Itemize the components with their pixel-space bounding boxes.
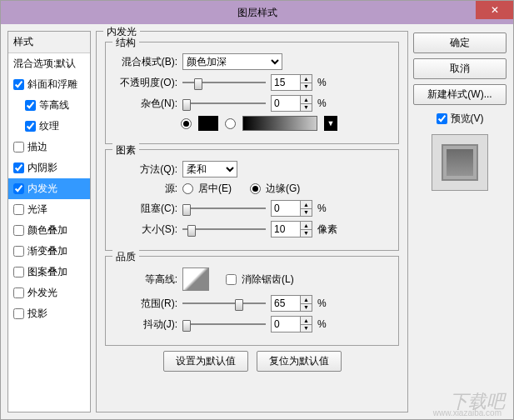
range-label: 范围(R):: [114, 297, 177, 311]
reset-default-button[interactable]: 复位为默认值: [257, 351, 342, 372]
outer-glow-checkbox[interactable]: [13, 288, 24, 298]
inner-glow-item[interactable]: 内发光: [8, 178, 90, 199]
noise-label: 杂色(N):: [114, 97, 177, 111]
bevel-item[interactable]: 斜面和浮雕: [8, 74, 90, 95]
color-overlay-checkbox[interactable]: [13, 225, 24, 236]
jitter-slider[interactable]: [182, 318, 266, 330]
antialias-checkbox[interactable]: [226, 274, 237, 285]
styles-list: 样式 混合选项:默认 斜面和浮雕 等高线 纹理 描边 内阴影 内发光 光泽 颜色…: [7, 31, 91, 412]
satin-checkbox[interactable]: [13, 204, 24, 215]
choke-slider[interactable]: [182, 202, 266, 214]
preview-icon: [442, 144, 478, 181]
set-default-button[interactable]: 设置为默认值: [163, 351, 248, 372]
choke-input[interactable]: ▲▼: [271, 200, 312, 217]
bevel-checkbox[interactable]: [13, 79, 24, 90]
action-panel: 确定 取消 新建样式(W)... 预览(V): [413, 31, 507, 412]
preview-thumbnail: [432, 134, 488, 191]
satin-item[interactable]: 光泽: [8, 199, 90, 220]
blend-mode-label: 混合模式(B):: [114, 55, 177, 69]
gradient-radio[interactable]: [225, 118, 236, 129]
choke-label: 阻塞(C):: [114, 202, 177, 216]
source-label: 源:: [114, 182, 177, 196]
color-radio[interactable]: [181, 118, 192, 129]
cancel-button[interactable]: 取消: [413, 58, 507, 79]
quality-legend: 品质: [112, 250, 139, 264]
noise-slider[interactable]: [182, 98, 266, 109]
inner-glow-checkbox[interactable]: [13, 183, 24, 194]
size-input[interactable]: ▲▼: [271, 221, 312, 238]
preview-checkbox[interactable]: [437, 113, 447, 124]
gradient-overlay-checkbox[interactable]: [13, 246, 24, 257]
gradient-overlay-item[interactable]: 渐变叠加: [8, 241, 90, 262]
stroke-item[interactable]: 描边: [8, 137, 90, 158]
stroke-checkbox[interactable]: [13, 142, 24, 152]
technique-label: 方法(Q):: [114, 162, 177, 177]
color-swatch[interactable]: [198, 116, 218, 131]
pattern-overlay-item[interactable]: 图案叠加: [8, 262, 90, 282]
window-title: 图层样式: [237, 6, 277, 20]
opacity-slider[interactable]: [182, 77, 266, 88]
close-icon: ✕: [491, 4, 499, 16]
drop-shadow-item[interactable]: 投影: [8, 303, 90, 324]
contour-picker[interactable]: [182, 268, 209, 291]
quality-group: 品质 等高线: 消除锯齿(L) 范围(R): ▲▼ %: [105, 256, 399, 346]
technique-select[interactable]: 柔和: [182, 161, 237, 178]
range-slider[interactable]: [182, 298, 266, 309]
jitter-label: 抖动(J):: [114, 318, 177, 332]
size-label: 大小(S):: [114, 222, 177, 237]
gradient-dropdown-icon[interactable]: ▼: [324, 116, 337, 131]
drop-shadow-checkbox[interactable]: [13, 308, 24, 319]
pattern-overlay-checkbox[interactable]: [13, 267, 24, 278]
inner-shadow-item[interactable]: 内阴影: [8, 158, 90, 178]
contour-checkbox[interactable]: [25, 100, 36, 111]
outer-glow-item[interactable]: 外发光: [8, 282, 90, 303]
source-edge-radio[interactable]: [250, 183, 261, 194]
styles-header: 样式: [8, 32, 90, 53]
gloss-contour-label: 等高线:: [114, 272, 177, 287]
structure-group: 结构 混合模式(B): 颜色加深 不透明度(O): ▲▼ % 杂色(N):: [105, 42, 399, 144]
titlebar: 图层样式 ✕: [1, 1, 513, 24]
new-style-button[interactable]: 新建样式(W)...: [413, 84, 507, 105]
opacity-label: 不透明度(O):: [114, 76, 177, 90]
elements-legend: 图素: [112, 143, 139, 158]
noise-input[interactable]: ▲▼: [271, 95, 312, 112]
range-input[interactable]: ▲▼: [271, 295, 312, 312]
contour-item[interactable]: 等高线: [8, 95, 90, 116]
texture-checkbox[interactable]: [25, 121, 36, 132]
close-button[interactable]: ✕: [476, 1, 513, 19]
spinner-up-icon[interactable]: ▲: [300, 75, 312, 83]
spinner-down-icon[interactable]: ▼: [300, 83, 312, 91]
inner-shadow-checkbox[interactable]: [13, 162, 24, 173]
blend-mode-select[interactable]: 颜色加深: [182, 53, 282, 70]
gradient-picker[interactable]: [242, 116, 317, 131]
opacity-input[interactable]: ▲▼: [271, 74, 312, 91]
source-center-radio[interactable]: [182, 183, 193, 194]
jitter-input[interactable]: ▲▼: [271, 316, 312, 332]
texture-item[interactable]: 纹理: [8, 116, 90, 137]
blending-options-item[interactable]: 混合选项:默认: [8, 53, 90, 74]
ok-button[interactable]: 确定: [413, 32, 507, 53]
size-slider[interactable]: [182, 223, 266, 235]
structure-legend: 结构: [112, 36, 139, 50]
color-overlay-item[interactable]: 颜色叠加: [8, 220, 90, 241]
elements-group: 图素 方法(Q): 柔和 源: 居中(E) 边缘(G) 阻塞(C):: [105, 149, 399, 251]
settings-panel: 内发光 结构 混合模式(B): 颜色加深 不透明度(O): ▲▼ % 杂色(N): [96, 31, 408, 412]
layer-style-dialog: 图层样式 ✕ 样式 混合选项:默认 斜面和浮雕 等高线 纹理 描边 内阴影 内发…: [0, 0, 514, 420]
